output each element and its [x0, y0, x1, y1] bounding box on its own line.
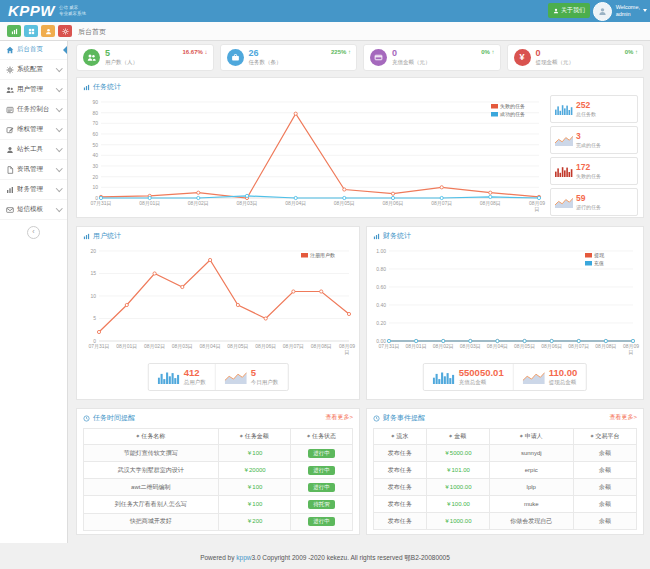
mini-stat: 412总用户数 — [149, 364, 215, 390]
side-stat-value: 3 — [576, 132, 601, 141]
side-stat-label: 失败的任务 — [576, 173, 601, 179]
chart-icon — [83, 233, 90, 240]
about-us-button[interactable]: 关于我们 — [548, 3, 590, 18]
table-cell: 发布任务 — [374, 513, 427, 530]
sidebar-item-dashboard[interactable]: 后台首页 — [0, 40, 67, 60]
sidebar-item-label: 短信模板 — [17, 205, 43, 214]
sidebar-item-tasks[interactable]: 任务控制台 — [0, 100, 67, 120]
quick-button-grid[interactable] — [24, 25, 38, 37]
table-cell: 进行中 — [291, 445, 353, 462]
svg-text:08月04日: 08月04日 — [487, 343, 508, 350]
envelope-icon — [6, 206, 14, 214]
column-header[interactable]: ◆任务名称 — [84, 429, 219, 445]
sidebar-collapse-button[interactable]: ‹ — [27, 226, 40, 239]
svg-text:08月05日: 08月05日 — [514, 343, 535, 350]
welcome-text[interactable]: Welcome, admin — [616, 4, 640, 19]
svg-text:0.20: 0.20 — [376, 320, 386, 326]
column-header[interactable]: ◆任务状态 — [291, 429, 353, 445]
sidebar-item-label: 维权管理 — [17, 125, 43, 134]
svg-text:08月06日: 08月06日 — [541, 343, 562, 350]
quick-button-gear[interactable] — [58, 25, 72, 37]
mini-stat: 550050.01充值总金额 — [424, 364, 513, 390]
sort-icon: ◆ — [240, 433, 243, 438]
user-avatar[interactable] — [593, 2, 612, 21]
table-row: 发布任务￥1000.00你做会发现自己余额 — [374, 513, 637, 530]
column-header[interactable]: ◆金额 — [426, 429, 489, 445]
table-cell: ￥100 — [218, 445, 291, 462]
sidebar-item-webmaster[interactable]: 站长工具 — [0, 140, 67, 160]
sort-icon: ◆ — [307, 433, 310, 438]
console-icon — [6, 106, 14, 114]
panel-title-text: 用户统计 — [93, 231, 121, 241]
mini-stat-value: 5 — [251, 368, 279, 378]
sort-icon: ◆ — [449, 433, 452, 438]
mini-stat-value: 550050.01 — [459, 368, 504, 378]
task-chart: 010203040506070809007月31日08月01日08月02日08月… — [81, 94, 547, 214]
user-mini-stats: 412总用户数5今日用户数 — [148, 363, 289, 391]
side-stat-label: 进行的任务 — [576, 204, 601, 210]
sidebar-item-news[interactable]: 资讯管理 — [0, 160, 67, 180]
briefcase-icon — [227, 49, 244, 66]
card-icon — [370, 49, 387, 66]
footer-kppw-link[interactable]: kppw — [236, 554, 251, 561]
svg-text:08月06日: 08月06日 — [382, 200, 403, 207]
stat-change: 16.67% ↓ — [182, 49, 207, 55]
avatar-person-icon — [598, 7, 607, 16]
chevron-down-icon — [56, 205, 62, 211]
user-icon — [45, 28, 52, 35]
column-header[interactable]: ◆任务金额 — [218, 429, 291, 445]
quick-button-user[interactable] — [41, 25, 55, 37]
table-cell: 节能灯宣传软文撰写 — [84, 445, 219, 462]
stat-card-users: 5用户数（人）16.67% ↓ — [76, 44, 214, 71]
quick-button-chart[interactable] — [7, 25, 21, 37]
table-cell: 武汉大学别墅群室内设计 — [84, 462, 219, 479]
column-header-label: 金额 — [454, 433, 466, 439]
table-row: 快把商城开发好￥200进行中 — [84, 513, 353, 530]
panel-title: 用户统计 — [77, 227, 359, 243]
user-icon — [553, 8, 559, 14]
svg-text:70: 70 — [92, 120, 98, 126]
stat-value: 0 — [392, 49, 431, 59]
column-header[interactable]: ◆申请人 — [489, 429, 573, 445]
yen-icon: ¥ — [514, 49, 531, 66]
svg-text:10: 10 — [92, 184, 98, 190]
footer-text-prefix: Powered by — [200, 554, 236, 561]
stat-card-recharge: 0充值金额（元）0% ↑ — [363, 44, 501, 71]
area-sparkline-icon — [555, 196, 573, 208]
table-cell: 余额 — [573, 496, 636, 513]
column-header[interactable]: ◆流水 — [374, 429, 427, 445]
sidebar-item-rights[interactable]: 维权管理 — [0, 120, 67, 140]
app-logo[interactable]: KPPW 公信 威客 专业威客系统 — [8, 1, 86, 21]
table-cell: ￥200 — [218, 513, 291, 530]
sidebar-item-users[interactable]: 用户管理 — [0, 80, 67, 100]
task-side-stats: 252总任务数3完成的任务172失败的任务59进行的任务 — [550, 95, 638, 219]
svg-text:07月31日: 07月31日 — [88, 343, 109, 350]
user-icon — [6, 146, 14, 154]
svg-text:30: 30 — [92, 163, 98, 169]
caret-down-icon[interactable] — [643, 9, 647, 12]
chevron-down-icon — [56, 105, 62, 111]
view-more-link[interactable]: 查看更多> — [325, 413, 353, 422]
bars-sparkline-icon — [158, 370, 180, 384]
svg-text:1.00: 1.00 — [376, 248, 386, 254]
table-cell: awt二维码编制 — [84, 479, 219, 496]
table-cell: ￥100 — [218, 496, 291, 513]
view-more-link[interactable]: 查看更多> — [609, 413, 637, 422]
sidebar-item-sms[interactable]: 短信模板 — [0, 200, 67, 220]
sidebar-item-label: 任务控制台 — [17, 105, 50, 114]
chevron-down-icon — [56, 125, 62, 131]
chart-icon — [83, 84, 90, 91]
svg-text:充值: 充值 — [594, 260, 604, 267]
svg-text:08月01日: 08月01日 — [116, 343, 137, 350]
table-cell: erpic — [489, 462, 573, 479]
column-header[interactable]: ◆交易平台 — [573, 429, 636, 445]
panel-title-text: 财务统计 — [383, 231, 411, 241]
sidebar-item-finance[interactable]: 财务管理 — [0, 180, 67, 200]
svg-text:60: 60 — [92, 131, 98, 137]
table-cell: lplp — [489, 479, 573, 496]
svg-text:08月03日: 08月03日 — [236, 200, 257, 207]
table-cell: 待托管 — [291, 496, 353, 513]
sidebar-item-system[interactable]: 系统配置 — [0, 60, 67, 80]
users-icon — [6, 86, 14, 94]
sort-icon: ◆ — [590, 433, 593, 438]
